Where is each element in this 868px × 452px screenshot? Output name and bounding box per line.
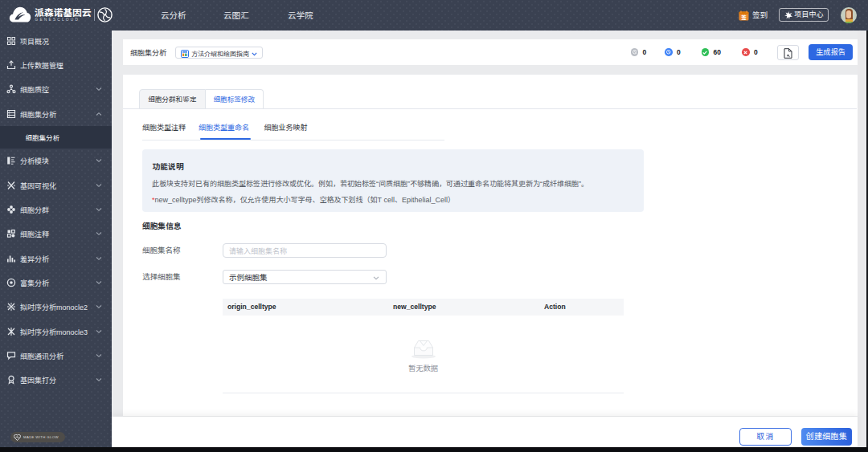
svg-text:签: 签 [741, 14, 747, 19]
